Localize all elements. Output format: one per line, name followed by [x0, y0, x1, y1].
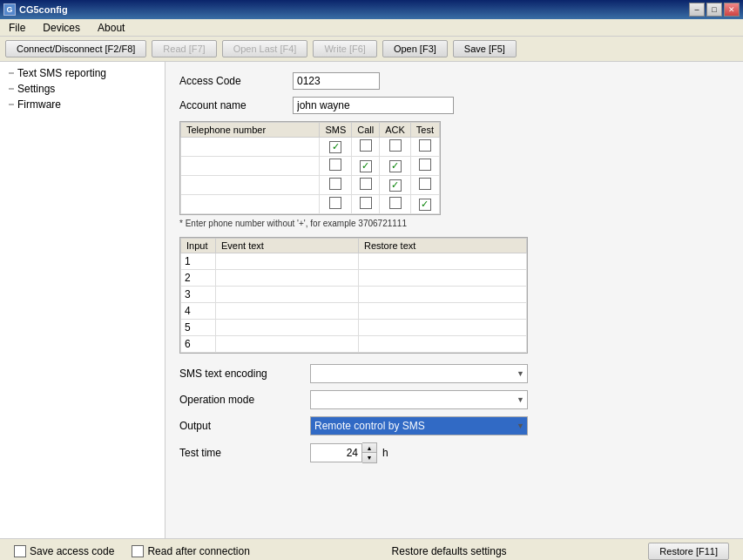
output-select[interactable]: Remote control by SMS [310, 416, 528, 435]
table-row: 3 [181, 287, 527, 303]
test-time-down-button[interactable]: ▼ [362, 453, 376, 462]
table-row: ✓ [181, 195, 440, 214]
open-last-button[interactable]: Open Last [F4] [222, 40, 308, 57]
read-after-connection-checkbox[interactable] [132, 545, 144, 557]
event-text-2[interactable] [220, 272, 355, 284]
toolbar: Connect/Disconnect [F2/F8] Read [F7] Ope… [0, 37, 743, 62]
read-button[interactable]: Read [F7] [152, 40, 216, 57]
sidebar-item-firmware[interactable]: Firmware [0, 97, 165, 112]
event-text-3[interactable] [220, 288, 355, 300]
test-cb-3[interactable] [419, 178, 431, 190]
event-text-6[interactable] [220, 338, 355, 350]
sms-cb-2[interactable] [329, 159, 341, 171]
table-row: 1 [181, 253, 527, 270]
ack-cb-3[interactable]: ✓ [389, 179, 402, 192]
menu-devices[interactable]: Devices [37, 21, 85, 35]
save-access-code-label: Save access code [30, 545, 114, 557]
access-code-input[interactable] [293, 72, 380, 90]
ack-cb-1[interactable] [389, 139, 402, 152]
phone-input-3[interactable] [185, 179, 315, 192]
call-header: Call [352, 123, 380, 138]
input-3: 3 [181, 287, 216, 303]
event-text-1[interactable] [220, 255, 355, 267]
phone-table: Telephone number SMS Call ACK Test ✓ [179, 121, 441, 215]
open-button[interactable]: Open [F3] [382, 40, 448, 57]
phone-input-4[interactable] [185, 199, 315, 211]
main-layout: Text SMS reporting Settings Firmware Acc… [0, 62, 743, 538]
sms-encoding-wrapper [310, 364, 528, 383]
access-code-label: Access Code [179, 75, 293, 87]
call-cb-1[interactable] [360, 139, 372, 152]
test-cb-2[interactable] [419, 159, 431, 171]
input-header: Input [181, 239, 216, 253]
sms-cb-4[interactable] [329, 197, 341, 209]
restore-text-1[interactable] [362, 255, 515, 267]
sms-cb-3[interactable] [329, 178, 341, 190]
output-wrapper: Remote control by SMS [310, 416, 528, 435]
ack-cb-4[interactable] [389, 197, 402, 209]
menu-file[interactable]: File [3, 21, 30, 35]
test-cb-1[interactable] [419, 139, 431, 152]
account-name-row: Account name [179, 97, 729, 114]
phone-input-2[interactable] [185, 160, 315, 172]
restore-header: Restore text [359, 239, 527, 253]
restore-text-3[interactable] [362, 288, 515, 300]
bottom-bar: Save access code Read after connection R… [0, 538, 743, 560]
restore-text-2[interactable] [362, 272, 515, 284]
sms-encoding-select[interactable] [310, 364, 528, 383]
restore-defaults-label: Restore defaults settings [267, 545, 632, 557]
input-2: 2 [181, 270, 216, 287]
input-4: 4 [181, 303, 216, 320]
minimize-button[interactable]: – [689, 3, 705, 17]
phone-header: Telephone number [181, 123, 320, 138]
test-time-unit: h [382, 447, 388, 459]
sidebar-item-text-sms[interactable]: Text SMS reporting [0, 65, 165, 81]
event-table: Input Event text Restore text 1 2 [179, 237, 528, 354]
test-time-row: Test time ▲ ▼ h [179, 442, 729, 463]
call-cb-3[interactable] [360, 178, 372, 190]
call-cb-2[interactable]: ✓ [360, 160, 372, 172]
event-text-4[interactable] [220, 305, 355, 317]
input-6: 6 [181, 336, 216, 353]
test-time-input[interactable] [310, 443, 362, 462]
table-row: 4 [181, 303, 527, 320]
phone-input-1[interactable] [185, 141, 315, 153]
event-text-5[interactable] [220, 321, 355, 334]
restore-text-5[interactable] [362, 321, 515, 334]
test-cb-4[interactable]: ✓ [419, 199, 431, 211]
write-button[interactable]: Write [F6] [313, 40, 376, 57]
save-button[interactable]: Save [F5] [453, 40, 517, 57]
table-row: ✓ [181, 176, 440, 195]
close-button[interactable]: ✕ [724, 3, 740, 17]
call-cb-4[interactable] [360, 197, 372, 209]
operation-mode-wrapper [310, 390, 528, 409]
ack-cb-2[interactable]: ✓ [389, 160, 402, 172]
title-text: CG5config [19, 4, 68, 15]
test-time-up-button[interactable]: ▲ [362, 443, 376, 453]
table-row: 6 [181, 336, 527, 353]
restore-button[interactable]: Restore [F11] [648, 543, 729, 560]
table-row: 2 [181, 270, 527, 287]
input-5: 5 [181, 320, 216, 336]
test-time-buttons: ▲ ▼ [362, 442, 377, 463]
read-after-connection-label: Read after connection [147, 545, 249, 557]
menu-about[interactable]: About [92, 21, 130, 35]
phone-note: * Enter phone number without '+', for ex… [179, 219, 729, 228]
account-name-input[interactable] [293, 97, 454, 114]
test-header: Test [410, 123, 439, 138]
title-bar: G CG5config – □ ✕ [0, 0, 743, 19]
operation-mode-select[interactable] [310, 390, 528, 409]
maximize-button[interactable]: □ [706, 3, 722, 17]
restore-text-4[interactable] [362, 305, 515, 317]
account-name-label: Account name [179, 99, 293, 111]
save-access-code-checkbox[interactable] [14, 545, 26, 557]
sidebar-item-settings[interactable]: Settings [0, 81, 165, 97]
test-time-spinner: ▲ ▼ h [310, 442, 388, 463]
input-1: 1 [181, 253, 216, 270]
restore-text-6[interactable] [362, 338, 515, 350]
content-area: Access Code Account name Telephone numbe… [165, 62, 743, 538]
sms-cb-1[interactable]: ✓ [329, 141, 341, 153]
connect-disconnect-button[interactable]: Connect/Disconnect [F2/F8] [5, 40, 146, 57]
save-access-code-row: Save access code [14, 545, 114, 557]
title-bar-title: G CG5config [3, 3, 68, 16]
